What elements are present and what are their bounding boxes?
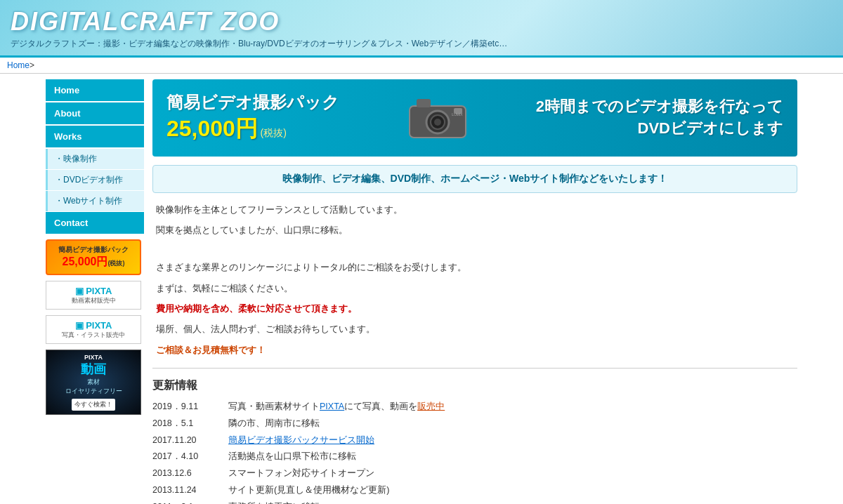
hero-left: 簡易ビデオ撮影パック 25,000円 (税抜)	[166, 91, 339, 145]
sidebar-item-contact[interactable]: Contact	[46, 212, 144, 234]
update-text-1: 写真・動画素材サイトPIXTAにて写真、動画を販売中	[228, 400, 445, 413]
svg-text:LUMIX: LUMIX	[452, 112, 463, 117]
update-row-3: 2017.11.20 簡易ビデオ撮影パックサービス開始	[152, 434, 797, 447]
intro-banner: 映像制作、ビデオ編集、DVD制作、ホームページ・Webサイト制作などをいたします…	[152, 165, 797, 193]
hero-right: 2時間までのビデオ撮影を行なって DVDビデオにします	[536, 96, 783, 140]
main-content: 簡易ビデオ撮影パック 25,000円 (税抜) LUMIX	[152, 79, 797, 504]
sidebar-item-web[interactable]: ・Webサイト制作	[46, 191, 144, 211]
update-row-7: 2011．2.1 事務所を埼玉市に移転	[152, 500, 797, 504]
body-line6: 場所、個人、法人問わず、ご相談お待ちしています。	[156, 321, 794, 337]
update-date-5: 2013.12.6	[152, 467, 223, 480]
pixta-video-brand: PIXTA	[84, 354, 103, 361]
update-date-4: 2017．4.10	[152, 450, 223, 463]
pixta-photo-box[interactable]: ▣ PIXTA 写真・イラスト販売中	[46, 315, 141, 344]
pixta-video-royalty: ロイヤリティフリー	[65, 387, 122, 396]
sidebar: Home About Works ・映像制作 ・DVDビデオ制作 ・Webサイト…	[46, 79, 144, 504]
breadcrumb-separator: >	[30, 60, 34, 70]
update-text-7: 事務所を埼玉市に移転	[228, 500, 320, 504]
pixta-movie-box[interactable]: ▣ PIXTA 動画素材販売中	[46, 281, 141, 310]
sidebar-promo-banner[interactable]: 簡易ビデオ撮影パック 25,000円(税抜)	[46, 239, 141, 275]
sidebar-item-dvd[interactable]: ・DVDビデオ制作	[46, 170, 144, 190]
body-line3: さまざまな業界とのリンケージによりトータル的にご相談をお受けします。	[156, 259, 794, 275]
update-date-1: 2019．9.11	[152, 400, 223, 413]
update-date-3: 2017.11.20	[152, 434, 223, 447]
body-line4: まずは、気軽にご相談ください。	[156, 280, 794, 296]
update-text-5: スマートフォン対応サイトオープン	[228, 467, 374, 480]
updates-section: 更新情報 2019．9.11 写真・動画素材サイトPIXTAにて写真、動画を販売…	[152, 378, 797, 504]
update-row-1: 2019．9.11 写真・動画素材サイトPIXTAにて写真、動画を販売中	[152, 400, 797, 413]
hero-top-text: 簡易ビデオ撮影パック	[166, 91, 339, 114]
hero-banner: 簡易ビデオ撮影パック 25,000円 (税抜) LUMIX	[152, 79, 797, 157]
camera-icon: LUMIX	[406, 95, 469, 141]
update-text-6: サイト更新(見直し＆使用機材など更新)	[228, 484, 389, 497]
intro-text: 映像制作、ビデオ編集、DVD制作、ホームページ・Webサイト制作などをいたします…	[282, 173, 668, 184]
sidebar-banner-price: 25,000円(税抜)	[51, 255, 136, 270]
body-text: 映像制作を主体としてフリーランスとして活動しています。 関東を拠点としていました…	[152, 201, 797, 358]
update-row-2: 2018．5.1 隣の市、周南市に移転	[152, 417, 797, 430]
body-highlight: ご相談＆お見積無料です！	[156, 342, 794, 358]
pixta-video-subtitle: 素材	[87, 378, 100, 387]
sidebar-item-about[interactable]: About	[46, 102, 144, 124]
hero-right-line1: 2時間までのビデオ撮影を行なって	[536, 96, 783, 118]
svg-rect-5	[417, 99, 431, 107]
pixta-link[interactable]: PIXTA	[320, 402, 344, 411]
sidebar-item-home[interactable]: Home	[46, 79, 144, 101]
sidebar-item-works[interactable]: Works	[46, 126, 144, 147]
site-title: DIGITALCRAFT ZOO	[11, 7, 832, 37]
site-subtitle: デジタルクラフトズー：撮影・ビデオ編集などの映像制作・Blu-ray/DVDビデ…	[11, 38, 832, 50]
svg-point-4	[434, 119, 441, 126]
pixta-photo-label: 写真・イラスト販売中	[50, 331, 137, 340]
hero-tax: (税抜)	[261, 127, 287, 138]
sidebar-item-eizo[interactable]: ・映像制作	[46, 149, 144, 169]
pixta-photo-logo: ▣ PIXTA	[50, 319, 137, 331]
update-date-2: 2018．5.1	[152, 417, 223, 430]
breadcrumb-home-link[interactable]: Home	[7, 60, 30, 70]
update-date-6: 2013.11.24	[152, 484, 223, 497]
pixta-video-search-btn[interactable]: 今すぐ検索！	[72, 399, 115, 411]
update-text-3: 簡易ビデオ撮影パックサービス開始	[228, 434, 374, 447]
update-row-4: 2017．4.10 活動拠点を山口県下松市に移転	[152, 450, 797, 463]
update-text-2: 隣の市、周南市に移転	[228, 417, 320, 430]
update-row-6: 2013.11.24 サイト更新(見直し＆使用機材など更新)	[152, 484, 797, 497]
pixta-movie-logo: ▣ PIXTA	[50, 285, 137, 296]
pixta-video-title: 動画	[81, 361, 106, 378]
pixta-movie-label: 動画素材販売中	[50, 296, 137, 305]
hero-price: 25,000円	[166, 116, 258, 141]
hero-price-row: 25,000円 (税抜)	[166, 114, 339, 145]
sidebar-banner-title: 簡易ビデオ撮影パック	[51, 245, 136, 255]
divider	[152, 368, 797, 369]
header: DIGITALCRAFT ZOO デジタルクラフトズー：撮影・ビデオ編集などの映…	[0, 0, 843, 58]
hero-right-line2: DVDビデオにします	[536, 118, 783, 140]
main-layout: Home About Works ・映像制作 ・DVDビデオ制作 ・Webサイト…	[46, 74, 797, 504]
kantan-link[interactable]: 簡易ビデオ撮影パックサービス開始	[228, 435, 374, 445]
update-row-5: 2013.12.6 スマートフォン対応サイトオープン	[152, 467, 797, 480]
hero-center: LUMIX	[339, 95, 536, 141]
body-line5: 費用や納期を含め、柔軟に対応させて頂きます。	[156, 300, 794, 317]
body-line1: 映像制作を主体としてフリーランスとして活動しています。	[156, 201, 794, 218]
updates-heading: 更新情報	[152, 378, 797, 393]
pixta-video-banner[interactable]: PIXTA 動画 素材 ロイヤリティフリー 今すぐ検索！	[46, 350, 141, 415]
update-text-4: 活動拠点を山口県下松市に移転	[228, 450, 356, 463]
breadcrumb: Home>	[0, 58, 843, 74]
body-line2: 関東を拠点としていましたが、山口県に移転。	[156, 222, 794, 238]
hanbai-link[interactable]: 販売中	[417, 402, 445, 411]
update-date-7: 2011．2.1	[152, 500, 223, 504]
